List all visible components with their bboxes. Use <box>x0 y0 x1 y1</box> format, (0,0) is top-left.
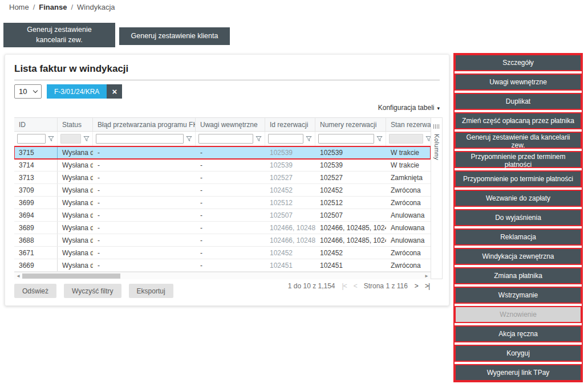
cell: - <box>93 247 196 259</box>
chevron-down-icon <box>33 88 38 93</box>
column-header-status[interactable]: Status <box>58 118 93 131</box>
filter-cell-uwagi-wewnętrzne <box>196 132 265 146</box>
table-row[interactable]: 3669Wysłana d...--102451102451Zwrócona <box>14 259 431 272</box>
columns-panel-tab[interactable]: Kolumny <box>431 117 443 279</box>
cell: Wysłana d... <box>58 222 93 234</box>
filter-input-numery-rezerwacji[interactable] <box>318 134 374 144</box>
cell: 3714 <box>14 159 58 171</box>
columns-tab-label: Kolumny <box>433 134 440 160</box>
filter-funnel-icon[interactable] <box>425 136 431 142</box>
generate-client-report-button[interactable]: Generuj zestawienie klienta <box>119 27 230 45</box>
table-row[interactable]: 3671Wysłana d...--102452102452Zwrócona <box>14 247 431 259</box>
cell: 102466, 102485, ... <box>265 222 315 234</box>
eksportuj-button[interactable]: Eksportuj <box>129 284 173 298</box>
page-size-value: 10 <box>19 87 27 96</box>
scroll-left-arrow-icon[interactable]: ◄ <box>16 273 21 279</box>
action-uwagi-wewnętrzne-button[interactable]: Uwagi wewnętrzne <box>455 74 582 91</box>
column-header-id[interactable]: ID <box>14 118 58 131</box>
cell: - <box>196 222 265 234</box>
action-koryguj-button[interactable]: Koryguj <box>455 345 582 362</box>
cell: W trakcie <box>386 159 431 171</box>
filter-funnel-icon[interactable] <box>256 136 262 142</box>
scrollbar-thumb[interactable] <box>22 273 120 279</box>
action-zmień-część-opłacaną-przez-płatnika-button[interactable]: Zmień część opłacaną przez płatnika <box>455 112 582 129</box>
table-row[interactable]: 3694Wysłana d...--102507102507Anulowana <box>14 209 431 222</box>
column-header-uwagi-wewnętrzne[interactable]: Uwagi wewnętrzne <box>196 118 265 131</box>
action-reklamacja-button[interactable]: Reklamacja <box>455 228 582 246</box>
cell: - <box>196 234 265 246</box>
invoices-in-collection-card: Lista faktur w windykacji 10 F-3/01/24/K… <box>5 54 449 306</box>
action-przypomnienie-po-terminie-płatności-button[interactable]: Przypomnienie po terminie płatności <box>455 170 582 187</box>
cell: Anulowana <box>386 209 431 221</box>
filter-cell-id-rezerwacji <box>265 132 315 146</box>
table-controls: 10 F-3/01/24/KRA × <box>14 84 122 99</box>
next-page-button[interactable]: > <box>415 282 418 290</box>
previous-page-button: < <box>354 282 357 290</box>
page-size-select[interactable]: 10 <box>14 84 42 99</box>
filter-input-id[interactable] <box>17 134 46 144</box>
table-header-row: IDStatusBłąd przetwarzania programu FKUw… <box>14 118 431 132</box>
filter-input-id-rezerwacji[interactable] <box>268 134 303 144</box>
table-row-selected[interactable]: 3715Wysłana d...--102539102539W trakcie <box>14 146 431 159</box>
filter-cell-błąd-przetwarzania-programu-fk <box>93 132 196 146</box>
cell: 102452 <box>315 247 386 259</box>
odśwież-button[interactable]: Odśwież <box>14 284 56 298</box>
filter-funnel-icon[interactable] <box>376 136 383 142</box>
action-przypomnienie-przed-terminem-płatności-button[interactable]: Przypomnienie przed terminem płatności <box>455 151 582 168</box>
table-row[interactable]: 3689Wysłana d...--102466, 102485, ...102… <box>14 222 431 234</box>
breadcrumb-separator: / <box>71 3 73 11</box>
column-header-stan-rezerwa[interactable]: Stan rezerwa <box>386 118 431 131</box>
cell: W trakcie <box>386 146 431 158</box>
action-akcja-ręczna-button[interactable]: Akcja ręczna <box>455 325 582 342</box>
filter-input-uwagi-wewnętrzne[interactable] <box>198 134 253 144</box>
cell: 3713 <box>14 172 58 183</box>
cell: 102466, 102485, ... <box>265 234 315 246</box>
table-row[interactable]: 3709Wysłana d...--102452102452Zwrócona <box>14 184 431 197</box>
action-do-wyjaśnienia-button[interactable]: Do wyjaśnienia <box>455 209 582 226</box>
filter-funnel-icon[interactable] <box>48 136 54 142</box>
cell: Anulowana <box>386 222 431 234</box>
table-row[interactable]: 3688Wysłana d...--102466, 102485, ...102… <box>14 234 431 247</box>
remove-filter-button[interactable]: × <box>107 84 122 99</box>
wyczyść-filtry-button[interactable]: Wyczyść filtry <box>64 284 121 298</box>
cell: 102466, 102485, 10249... <box>315 222 386 234</box>
horizontal-scrollbar[interactable]: ◄ ► <box>14 272 431 279</box>
cell: Zamknięta <box>386 172 431 183</box>
caret-down-icon: ▾ <box>437 105 440 111</box>
column-header-błąd-przetwarzania-programu-fk[interactable]: Błąd przetwarzania programu FK <box>93 118 196 131</box>
column-header-numery-rezerwacji[interactable]: Numery rezerwacji <box>315 118 386 131</box>
action-szczegóły-button[interactable]: Szczegóły <box>455 54 582 71</box>
table-row[interactable]: 3699Wysłana d...--102512102512Zwrócona <box>14 197 431 209</box>
filter-funnel-icon[interactable] <box>83 136 90 142</box>
cell: 3689 <box>14 222 58 234</box>
scroll-right-arrow-icon[interactable]: ► <box>424 273 429 279</box>
column-header-id-rezerwacji[interactable]: Id rezerwacji <box>265 118 315 131</box>
cell: 102539 <box>265 146 315 158</box>
cell: 102539 <box>265 159 315 171</box>
filter-cell-stan-rezerwa <box>386 132 431 146</box>
cell: 102452 <box>315 184 386 196</box>
actions-sidebar: SzczegółyUwagi wewnętrzneDuplikatZmień c… <box>453 53 583 382</box>
filter-input-błąd-przetwarzania-programu-fk[interactable] <box>96 134 184 144</box>
cell: - <box>93 159 196 171</box>
pagination: 1 do 10 z 1,154 |< < Strona 1 z 116 > >| <box>288 282 429 290</box>
action-zmiana-płatnika-button[interactable]: Zmiana płatnika <box>455 267 582 284</box>
table-row[interactable]: 3714Wysłana d...--102539102539W trakcie <box>14 159 431 172</box>
action-wygeneruj-link-tpay-button[interactable]: Wygeneruj link TPay <box>455 364 582 381</box>
table-row[interactable]: 3713Wysłana d...--102527102527Zamknięta <box>14 172 431 184</box>
breadcrumb-item-finanse[interactable]: Finanse <box>39 3 67 11</box>
table-config-dropdown[interactable]: Konfiguracja tabeli▾ <box>378 104 440 112</box>
action-generuj-zestawienie-dla-kancelarii-zew-button[interactable]: Generuj zestawienie dla kancelarii zew. <box>455 132 582 149</box>
filter-chip-label: F-3/01/24/KRA <box>47 84 107 99</box>
action-duplikat-button[interactable]: Duplikat <box>455 93 582 110</box>
breadcrumb-item-home[interactable]: Home <box>9 3 29 11</box>
action-wstrzymanie-button[interactable]: Wstrzymanie <box>455 287 582 304</box>
filter-funnel-icon[interactable] <box>186 136 192 142</box>
last-page-button[interactable]: >| <box>425 282 429 290</box>
filter-funnel-icon[interactable] <box>306 136 312 142</box>
action-wezwanie-do-zapłaty-button[interactable]: Wezwanie do zapłaty <box>455 190 582 207</box>
cell: - <box>196 146 265 158</box>
action-windykacja-zewnętrzna-button[interactable]: Windykacja zewnętrzna <box>455 248 582 265</box>
cell: 102466, 102485, 10249... <box>315 234 386 246</box>
generate-external-office-report-button[interactable]: Generuj zestawienie kancelarii zew. <box>3 23 115 47</box>
